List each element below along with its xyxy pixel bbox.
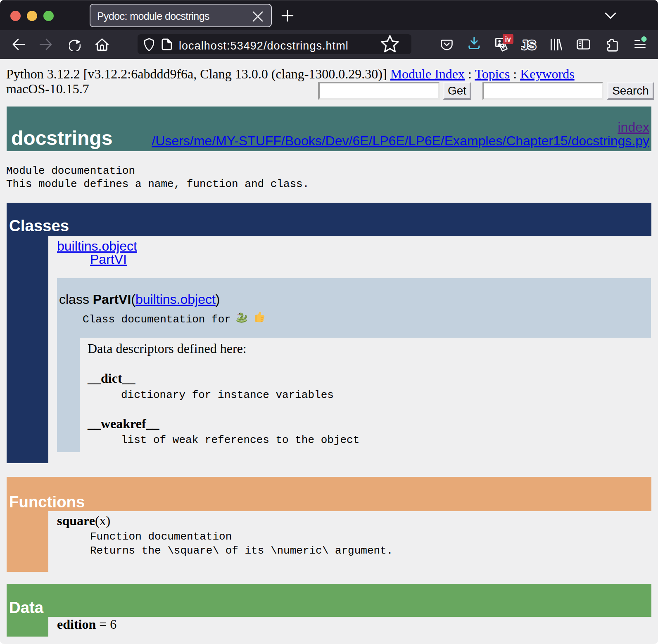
svg-text:JS: JS [521, 38, 536, 51]
svg-text:iv: iv [505, 35, 511, 43]
